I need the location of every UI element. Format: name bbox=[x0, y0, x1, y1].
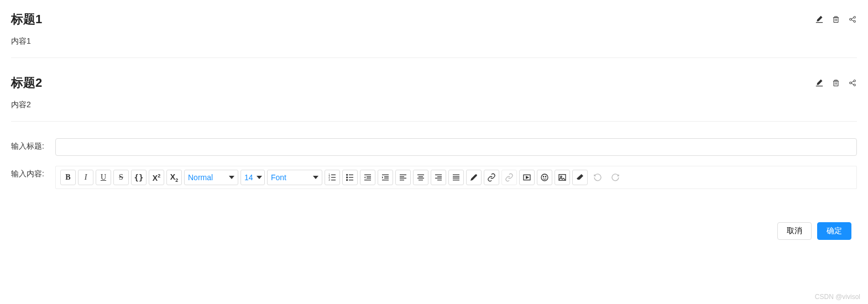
svg-point-46 bbox=[545, 176, 546, 177]
unordered-list-button[interactable] bbox=[342, 170, 358, 185]
superscript-button[interactable]: X2 bbox=[149, 170, 164, 185]
svg-point-5 bbox=[854, 84, 855, 86]
size-value: 14 bbox=[244, 173, 253, 182]
title-input[interactable] bbox=[55, 138, 857, 156]
redo-button[interactable] bbox=[608, 170, 623, 185]
svg-point-48 bbox=[561, 176, 562, 177]
link-button[interactable] bbox=[484, 170, 499, 185]
cancel-button[interactable]: 取消 bbox=[777, 222, 812, 240]
form-footer: 取消 确定 bbox=[11, 222, 857, 240]
heading-value: Normal bbox=[188, 173, 213, 182]
item-header: 标题1 bbox=[11, 11, 857, 28]
video-button[interactable] bbox=[519, 170, 535, 185]
item-header: 标题2 bbox=[11, 75, 857, 91]
svg-point-44 bbox=[541, 174, 548, 181]
svg-point-2 bbox=[854, 20, 855, 22]
content-label: 输入内容: bbox=[11, 166, 50, 179]
edit-icon[interactable] bbox=[815, 78, 824, 87]
svg-point-1 bbox=[850, 18, 851, 20]
size-select[interactable]: 14 bbox=[240, 170, 265, 185]
editor-toolbar: B I U S {} X2 X2 Normal 14 Font bbox=[56, 166, 856, 188]
confirm-button[interactable]: 确定 bbox=[817, 222, 851, 240]
font-value: Font bbox=[271, 173, 286, 182]
content-row: 输入内容: B I U S {} X2 X2 Normal 14 bbox=[11, 166, 857, 189]
delete-icon[interactable] bbox=[832, 15, 840, 24]
align-right-button[interactable] bbox=[431, 170, 446, 185]
edit-icon[interactable] bbox=[815, 15, 824, 24]
emoji-button[interactable] bbox=[537, 170, 552, 185]
heading-select[interactable]: Normal bbox=[184, 170, 238, 185]
bold-button[interactable]: B bbox=[60, 170, 76, 185]
title-label: 输入标题: bbox=[11, 138, 50, 151]
item-actions bbox=[815, 78, 857, 87]
ordered-list-button[interactable]: 123 bbox=[325, 170, 340, 185]
underline-button[interactable]: U bbox=[96, 170, 111, 185]
italic-button[interactable]: I bbox=[78, 170, 93, 185]
subscript-button[interactable]: X2 bbox=[166, 170, 182, 185]
content-item: 标题1 内容1 bbox=[11, 11, 857, 58]
align-justify-button[interactable] bbox=[448, 170, 464, 185]
item-content: 内容2 bbox=[11, 100, 857, 110]
font-select[interactable]: Font bbox=[267, 170, 322, 185]
title-row: 输入标题: bbox=[11, 138, 857, 156]
unlink-button[interactable] bbox=[501, 170, 517, 185]
delete-icon[interactable] bbox=[832, 78, 840, 87]
share-icon[interactable] bbox=[848, 15, 857, 24]
align-center-button[interactable] bbox=[413, 170, 428, 185]
rich-editor: B I U S {} X2 X2 Normal 14 Font bbox=[55, 166, 857, 189]
chevron-down-icon bbox=[229, 176, 234, 179]
svg-point-45 bbox=[543, 176, 543, 177]
svg-point-13 bbox=[347, 177, 348, 178]
svg-point-12 bbox=[347, 174, 348, 175]
svg-point-4 bbox=[850, 82, 851, 83]
undo-button[interactable] bbox=[590, 170, 605, 185]
eraser-button[interactable] bbox=[572, 170, 588, 185]
item-title: 标题2 bbox=[11, 75, 42, 91]
strike-button[interactable]: S bbox=[113, 170, 129, 185]
align-left-button[interactable] bbox=[395, 170, 411, 185]
share-icon[interactable] bbox=[848, 78, 857, 87]
color-button[interactable] bbox=[466, 170, 482, 185]
svg-point-3 bbox=[854, 80, 855, 82]
svg-point-0 bbox=[854, 17, 855, 18]
code-button[interactable]: {} bbox=[131, 170, 147, 185]
svg-marker-43 bbox=[526, 176, 529, 179]
image-button[interactable] bbox=[555, 170, 570, 185]
indent-button[interactable] bbox=[378, 170, 393, 185]
chevron-down-icon bbox=[257, 176, 262, 179]
svg-text:3: 3 bbox=[328, 179, 330, 181]
item-title: 标题1 bbox=[11, 11, 42, 28]
chevron-down-icon bbox=[313, 176, 318, 179]
content-item: 标题2 内容2 bbox=[11, 75, 857, 122]
svg-point-14 bbox=[347, 180, 348, 181]
outdent-button[interactable] bbox=[360, 170, 375, 185]
item-content: 内容1 bbox=[11, 36, 857, 46]
item-actions bbox=[815, 15, 857, 24]
